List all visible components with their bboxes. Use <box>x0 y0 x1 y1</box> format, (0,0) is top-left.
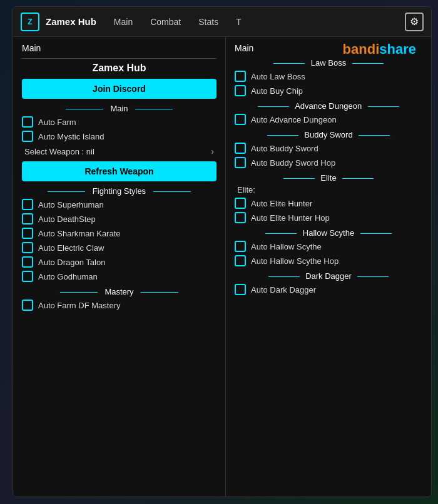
dark-dagger-section: Dark Dagger <box>235 271 422 281</box>
auto-dark-dagger-checkbox[interactable] <box>235 284 246 295</box>
auto-buy-chip-checkbox[interactable] <box>235 85 246 96</box>
auto-hallow-scythe-hop-checkbox[interactable] <box>235 255 246 266</box>
auto-hallow-scythe-hop-label: Auto Hallow Scythe Hop <box>251 256 339 266</box>
auto-sharkman-label: Auto Sharkman Karate <box>38 229 121 238</box>
auto-buddy-sword-label: Auto Buddy Sword <box>251 144 318 153</box>
app-name: Zamex Hub <box>46 16 96 27</box>
auto-law-boss-label: Auto Law Boss <box>251 72 305 81</box>
auto-elite-hunter-label: Auto Elite Hunter <box>251 199 312 208</box>
auto-electric-claw-checkbox[interactable] <box>22 242 33 253</box>
main-section-label: Main <box>22 104 216 113</box>
mastery-section-label: Mastery <box>22 287 216 296</box>
auto-buy-chip-row: Auto Buy Chip <box>235 85 422 96</box>
auto-mystic-island-label: Auto Mystic Island <box>38 132 104 141</box>
auto-elite-hunter-checkbox[interactable] <box>235 198 246 209</box>
auto-hallow-scythe-row: Auto Hallow Scythe <box>235 241 422 252</box>
tab-main[interactable]: Main <box>111 16 135 28</box>
auto-buddy-sword-hop-row: Auto Buddy Sword Hop <box>235 157 422 168</box>
advance-dungeon-section: Advance Dungeon <box>235 101 422 111</box>
app-logo: Z <box>21 13 39 31</box>
select-weapon-label: Select Weapon : nil <box>24 147 94 156</box>
auto-godhuman-row: Auto Godhuman <box>22 271 216 282</box>
auto-dark-dagger-row: Auto Dark Dagger <box>235 284 422 295</box>
refresh-weapon-button[interactable]: Refresh Weapon <box>22 161 216 181</box>
tab-stats[interactable]: Stats <box>196 16 221 28</box>
auto-farm-df-mastery-checkbox[interactable] <box>22 300 33 311</box>
auto-advance-dungeon-checkbox[interactable] <box>235 114 246 125</box>
auto-godhuman-checkbox[interactable] <box>22 271 33 282</box>
auto-elite-hunter-hop-checkbox[interactable] <box>235 212 246 223</box>
gear-icon: ⚙ <box>410 16 419 28</box>
auto-advance-dungeon-row: Auto Advance Dungeon <box>235 114 422 125</box>
right-panel: Main Law Boss Auto Law Boss Auto Buy Chi… <box>226 37 431 496</box>
select-weapon-row[interactable]: Select Weapon : nil › <box>22 145 216 158</box>
auto-law-boss-checkbox[interactable] <box>235 71 246 82</box>
auto-deathstep-checkbox[interactable] <box>22 213 33 224</box>
left-panel: Main Zamex Hub Join Discord Main Auto Fa… <box>13 37 226 496</box>
hub-title: Zamex Hub <box>22 63 216 74</box>
auto-farm-checkbox[interactable] <box>22 116 33 128</box>
auto-mystic-island-row: Auto Mystic Island <box>22 131 216 142</box>
auto-electric-claw-label: Auto Electric Claw <box>38 243 104 253</box>
hallow-scythe-section: Hallow Scythe <box>235 228 422 238</box>
auto-elite-hunter-hop-row: Auto Elite Hunter Hop <box>235 212 422 223</box>
auto-deathstep-label: Auto DeathStep <box>38 214 96 224</box>
nav-tabs: Main Combat Stats T <box>111 16 405 28</box>
join-discord-button[interactable]: Join Discord <box>22 79 216 99</box>
auto-elite-hunter-row: Auto Elite Hunter <box>235 198 422 209</box>
settings-button[interactable]: ⚙ <box>405 13 424 31</box>
watermark: bandishare <box>343 41 416 58</box>
auto-dragon-talon-label: Auto Dragon Talon <box>38 258 105 267</box>
auto-electric-claw-row: Auto Electric Claw <box>22 242 216 253</box>
watermark-share: share <box>379 41 416 57</box>
auto-superhuman-row: Auto Superhuman <box>22 199 216 210</box>
auto-farm-df-mastery-row: Auto Farm DF Mastery <box>22 300 216 311</box>
auto-farm-df-mastery-label: Auto Farm DF Mastery <box>38 301 120 310</box>
auto-elite-hunter-hop-label: Auto Elite Hunter Hop <box>251 213 330 223</box>
auto-sharkman-checkbox[interactable] <box>22 228 33 239</box>
auto-dragon-talon-checkbox[interactable] <box>22 256 33 268</box>
main-window: Z Zamex Hub Main Combat Stats T ⚙ bandis… <box>13 6 432 497</box>
auto-dark-dagger-label: Auto Dark Dagger <box>251 285 316 295</box>
buddy-sword-section: Buddy Sword <box>235 130 422 139</box>
auto-buddy-sword-row: Auto Buddy Sword <box>235 143 422 154</box>
auto-superhuman-checkbox[interactable] <box>22 199 33 210</box>
fighting-styles-section-label: Fighting Styles <box>22 186 216 196</box>
auto-law-boss-row: Auto Law Boss <box>235 71 422 82</box>
auto-superhuman-label: Auto Superhuman <box>38 200 104 209</box>
law-boss-section: Law Boss <box>235 58 422 68</box>
auto-godhuman-label: Auto Godhuman <box>38 272 98 281</box>
content-area: Main Zamex Hub Join Discord Main Auto Fa… <box>13 37 431 496</box>
auto-hallow-scythe-checkbox[interactable] <box>235 241 246 252</box>
auto-buddy-sword-hop-checkbox[interactable] <box>235 157 246 168</box>
auto-sharkman-row: Auto Sharkman Karate <box>22 228 216 239</box>
auto-buddy-sword-checkbox[interactable] <box>235 143 246 154</box>
tab-combat[interactable]: Combat <box>148 16 183 28</box>
auto-deathstep-row: Auto DeathStep <box>22 213 216 224</box>
auto-dragon-talon-row: Auto Dragon Talon <box>22 256 216 268</box>
watermark-bandi: bandi <box>343 41 380 57</box>
elite-section: Elite <box>235 173 422 183</box>
chevron-right-icon: › <box>211 146 214 156</box>
auto-buddy-sword-hop-label: Auto Buddy Sword Hop <box>251 158 335 168</box>
auto-buy-chip-label: Auto Buy Chip <box>251 86 303 96</box>
elite-sublabel: Elite: <box>237 185 422 194</box>
left-panel-header: Main <box>22 43 216 53</box>
auto-mystic-island-checkbox[interactable] <box>22 131 33 142</box>
auto-advance-dungeon-label: Auto Advance Dungeon <box>251 115 337 124</box>
auto-hallow-scythe-hop-row: Auto Hallow Scythe Hop <box>235 255 422 266</box>
tab-t[interactable]: T <box>233 16 244 28</box>
auto-farm-label: Auto Farm <box>38 118 76 127</box>
title-bar: Z Zamex Hub Main Combat Stats T ⚙ <box>13 7 431 37</box>
auto-hallow-scythe-label: Auto Hallow Scythe <box>251 242 322 251</box>
auto-farm-row: Auto Farm <box>22 116 216 128</box>
